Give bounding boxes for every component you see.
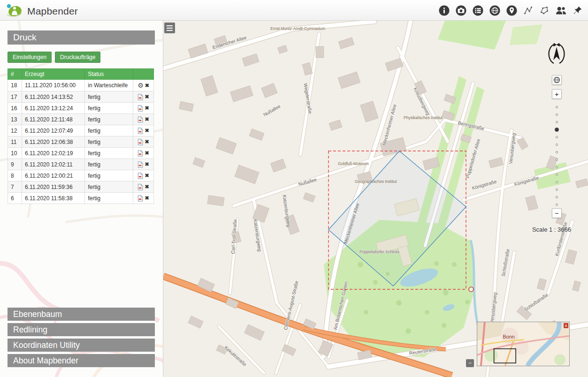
zoom-dot[interactable]: [552, 178, 562, 186]
job-actions: ✖: [133, 91, 154, 103]
zoom-in-button[interactable]: +: [552, 89, 562, 99]
sketches-button[interactable]: [539, 6, 549, 15]
zoom-dots[interactable]: [552, 103, 562, 208]
tab-druckauftraege[interactable]: Druckaufträge: [55, 52, 100, 63]
zoom-dot[interactable]: [552, 111, 562, 118]
delete-icon[interactable]: ✖: [145, 105, 149, 111]
image-export-button[interactable]: [456, 5, 466, 16]
overview-map[interactable]: A Bonn: [477, 322, 570, 366]
accordion-about-mapbender[interactable]: About Mapbender: [8, 354, 155, 367]
job-id: 10: [8, 148, 22, 159]
delete-icon[interactable]: ✖: [145, 83, 149, 88]
zoom-dot[interactable]: [552, 163, 562, 171]
pdf-download-icon[interactable]: [137, 150, 143, 157]
pdf-download-icon[interactable]: [137, 139, 143, 145]
pdf-download-icon[interactable]: [137, 116, 143, 123]
overview-city-label: Bonn: [503, 334, 514, 339]
job-status: fertig: [85, 181, 133, 193]
job-created: 6.11.2020 11:58:38: [22, 193, 84, 204]
pdf-download-icon[interactable]: [137, 105, 143, 112]
globe-icon: [553, 76, 561, 84]
zoom-to-extent-button[interactable]: [552, 75, 562, 85]
job-created: 6.11.2020 12:07:49: [22, 125, 84, 136]
compass-icon: [542, 42, 572, 66]
pdf-download-icon[interactable]: [137, 128, 143, 134]
toolbar: [439, 0, 582, 21]
job-created: 6.11.2020 12:02:11: [22, 159, 84, 170]
gear-icon[interactable]: ⚙: [137, 82, 144, 89]
job-actions: ✖: [133, 181, 154, 193]
zoom-dot[interactable]: [552, 186, 562, 193]
rotation-control[interactable]: [542, 42, 572, 66]
motorway-badge-label: A: [565, 324, 567, 328]
accordion-ebenenbaum[interactable]: Ebenenbaum: [8, 308, 155, 321]
sidebar-toggle-button[interactable]: [164, 23, 175, 33]
zoom-dot[interactable]: [552, 171, 562, 178]
pin-button[interactable]: [573, 6, 582, 15]
print-job-row: 96.11.2020 12:02:11fertig✖: [8, 159, 154, 170]
zoom-dot[interactable]: [552, 201, 562, 208]
overview-collapse-button[interactable]: −: [466, 359, 474, 367]
job-id: 16: [8, 103, 22, 114]
zoom-dot[interactable]: [552, 156, 562, 163]
job-created: 6.11.2020 11:59:36: [22, 181, 84, 193]
delete-icon[interactable]: ✖: [145, 161, 149, 167]
delete-icon[interactable]: ✖: [145, 184, 149, 189]
header-actions: [133, 69, 154, 80]
job-status: fertig: [85, 114, 133, 125]
accordion-koordinaten-utility[interactable]: Koordinaten Utility: [8, 339, 155, 352]
zoom-dot[interactable]: [552, 126, 562, 133]
mapbender-app: Mapbender: [0, 0, 588, 377]
job-id: 9: [8, 159, 22, 170]
job-status: fertig: [85, 103, 133, 114]
job-actions: ✖: [133, 103, 154, 114]
job-id: 6: [8, 193, 22, 204]
tab-einstellungen[interactable]: Einstellungen: [8, 52, 52, 63]
header-created: Erzeugt: [22, 69, 84, 80]
job-actions: ✖: [133, 114, 154, 125]
zoom-out-button[interactable]: −: [552, 208, 562, 218]
mapbender-logo-icon: [5, 2, 23, 20]
print-panel-header[interactable]: Druck: [8, 30, 155, 45]
zoom-dot[interactable]: [552, 133, 562, 141]
print-job-row: 126.11.2020 12:07:49fertig✖: [8, 125, 154, 136]
wms-globe-button[interactable]: [489, 5, 500, 16]
job-id: 8: [8, 170, 22, 181]
pdf-download-icon[interactable]: [137, 161, 143, 168]
pdf-download-icon[interactable]: [137, 173, 143, 179]
zoom-dot[interactable]: [552, 193, 562, 201]
pdf-download-icon[interactable]: [137, 184, 143, 190]
job-actions: ✖: [133, 136, 154, 148]
delete-icon[interactable]: ✖: [145, 139, 149, 144]
delete-icon[interactable]: ✖: [145, 150, 149, 156]
delete-icon[interactable]: ✖: [145, 94, 149, 99]
zoom-dot[interactable]: [552, 148, 562, 156]
sidebar-panel: Druck Einstellungen Druckaufträge # Erze…: [0, 21, 163, 377]
map-viewport[interactable]: Endenicher AlleeWegelerstraßeNußalleeNuß…: [163, 21, 588, 377]
job-id: 12: [8, 125, 22, 136]
delete-icon[interactable]: ✖: [145, 173, 149, 178]
job-id: 17: [8, 91, 22, 103]
job-status: fertig: [85, 170, 133, 181]
zoom-dot[interactable]: [552, 118, 562, 126]
info-button[interactable]: [439, 5, 450, 16]
scale-indicator: Scale 1 : 3666: [532, 226, 571, 233]
measure-button[interactable]: [523, 6, 533, 15]
job-actions: ⚙✖: [133, 80, 154, 91]
pdf-download-icon[interactable]: [137, 94, 143, 100]
poi-marker-button[interactable]: [506, 5, 517, 16]
print-job-row: 1811.11.2020 10:56:00in Warteschleife⚙✖: [8, 80, 154, 91]
delete-icon[interactable]: ✖: [145, 195, 149, 201]
delete-icon[interactable]: ✖: [145, 128, 149, 133]
delete-icon[interactable]: ✖: [145, 116, 149, 122]
hamburger-icon: [167, 25, 173, 26]
about-people-button[interactable]: [555, 6, 567, 15]
job-status: in Warteschleife: [85, 80, 133, 91]
zoom-dot[interactable]: [552, 141, 562, 148]
legend-button[interactable]: [473, 5, 483, 16]
pdf-download-icon[interactable]: [137, 195, 143, 202]
zoom-dot[interactable]: [552, 103, 562, 111]
accordion-redlining[interactable]: Redlining: [8, 323, 155, 336]
brand[interactable]: Mapbender: [5, 2, 78, 20]
print-job-row: 176.11.2020 14:13:52fertig✖: [8, 91, 154, 103]
